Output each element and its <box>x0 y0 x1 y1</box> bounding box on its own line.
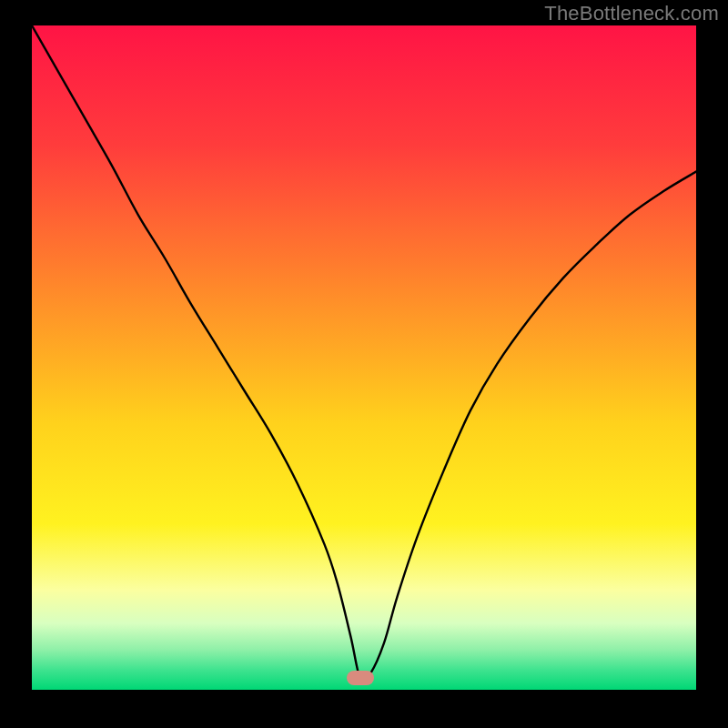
optimal-point-marker <box>347 671 374 685</box>
chart-frame: TheBottleneck.com <box>0 0 728 728</box>
plot-area <box>32 25 696 690</box>
chart-svg <box>32 25 696 690</box>
watermark-label: TheBottleneck.com <box>544 2 719 25</box>
gradient-background <box>32 25 696 690</box>
